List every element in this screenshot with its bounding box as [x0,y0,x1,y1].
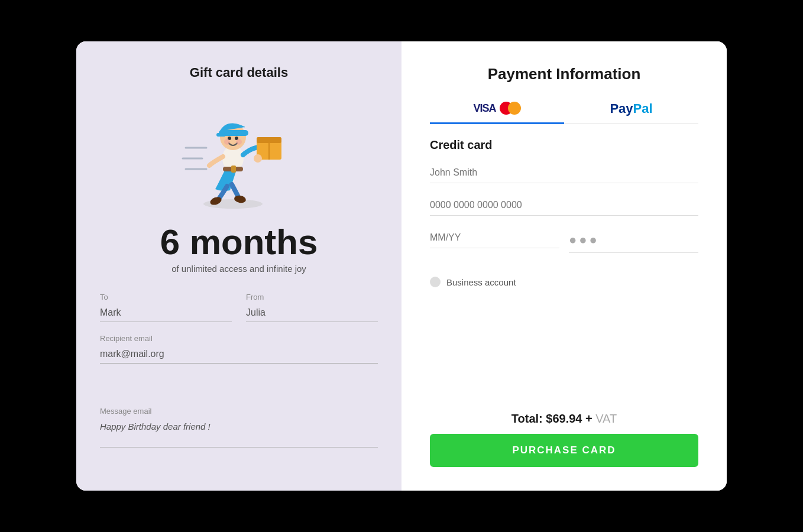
tab-card[interactable]: VISA [430,95,564,124]
visa-logo: VISA [473,102,496,115]
tab-paypal[interactable]: PayPal [564,95,698,124]
from-group: From [246,293,378,322]
expiry-cvv-row: ●●● [430,228,698,265]
svg-point-20 [236,139,242,145]
credit-card-title: Credit card [430,138,698,152]
total-amount: Total: $69.94 + [511,412,595,425]
from-label: From [246,293,378,301]
from-input[interactable] [246,305,378,322]
left-panel: Gift card details [76,41,402,491]
total-row: Total: $69.94 + VAT [430,412,698,426]
mc-yellow-circle [508,102,521,115]
expiry-input[interactable] [430,228,559,248]
card-number-field [430,195,698,216]
recipient-email-label: Recipient email [100,334,378,343]
recipient-email-input[interactable] [100,346,378,364]
svg-point-19 [224,139,230,145]
business-row: Business account [430,277,698,287]
cvv-dots[interactable]: ●●● [569,228,698,253]
to-group: To [100,293,232,322]
spacer [430,306,698,412]
payment-title: Payment Information [430,65,698,83]
to-input[interactable] [100,305,232,322]
cvv-field: ●●● [569,228,698,253]
to-label: To [100,293,232,301]
purchase-button[interactable]: PURCHASE CARD [430,434,698,467]
business-label: Business account [446,277,516,287]
mastercard-logo [500,102,521,115]
payment-tabs: VISA PayPal [430,95,698,124]
subtitle: of unlimited access and infinite joy [171,264,306,274]
card-number-input[interactable] [430,195,698,216]
to-from-row: To From [100,293,378,322]
business-checkbox[interactable] [430,277,441,287]
svg-rect-16 [216,133,226,137]
message-group: Message email Happy Birthday dear friend… [100,407,378,468]
cardholder-name-field [430,163,698,183]
months-display: 6 months [160,225,318,260]
paypal-pal-text: Pal [633,101,653,116]
expiry-field [430,228,559,253]
svg-rect-8 [231,166,236,173]
vat-label: VAT [595,412,617,425]
recipient-email-group: Recipient email [100,334,378,395]
message-label: Message email [100,407,378,416]
visa-mc-logos: VISA [473,102,520,115]
gift-card-title: Gift card details [190,65,288,80]
svg-point-12 [254,154,262,163]
right-panel: Payment Information VISA PayPal Credit c… [402,41,727,491]
message-textarea[interactable]: Happy Birthday dear friend ! [100,419,378,447]
paypal-logo: PayPal [610,101,652,116]
cardholder-name-input[interactable] [430,163,698,183]
main-card: Gift card details [76,41,727,491]
delivery-illustration [180,95,298,213]
paypal-pay-text: Pay [610,101,633,116]
